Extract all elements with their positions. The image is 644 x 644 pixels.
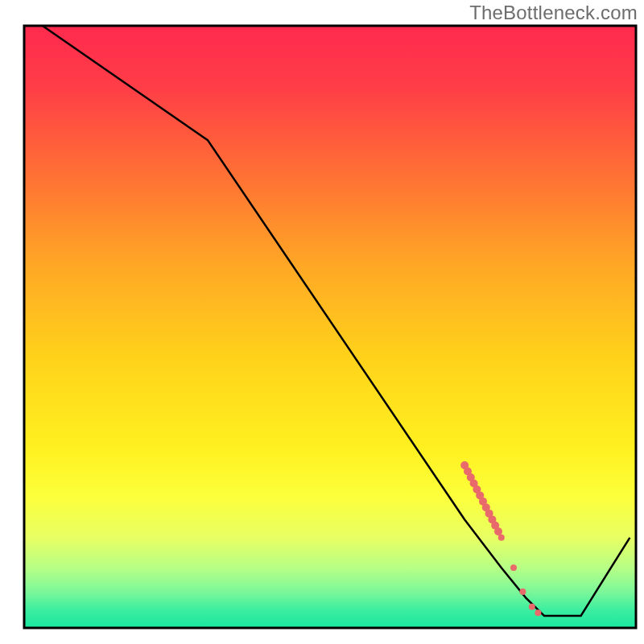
highlight-point xyxy=(494,527,502,535)
highlight-point xyxy=(498,535,505,541)
highlight-point xyxy=(529,604,535,610)
highlight-point xyxy=(519,588,526,595)
highlight-point xyxy=(535,609,541,616)
watermark-text: TheBottleneck.com xyxy=(469,2,638,24)
highlight-point xyxy=(510,564,517,571)
bottleneck-chart xyxy=(0,0,644,644)
chart-frame: TheBottleneck.com xyxy=(0,0,644,644)
plot-background xyxy=(24,26,636,628)
